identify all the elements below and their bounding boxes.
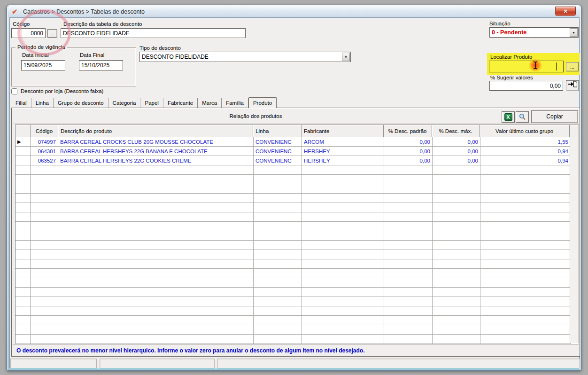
vertical-scrollbar[interactable] — [570, 137, 579, 343]
tab-item[interactable]: Linha — [31, 98, 54, 108]
products-caption-band: Relação dos produtos X Copiar — [13, 109, 579, 124]
descricao-label: Descrição da tabela de desconto — [63, 21, 142, 27]
table-row-empty — [15, 231, 579, 241]
table-row-empty — [15, 269, 579, 278]
localizar-produto-browse-button[interactable]: ... — [566, 62, 579, 71]
table-row-empty — [15, 288, 579, 297]
apply-suggested-values-button[interactable] — [566, 80, 579, 91]
table-row-empty — [15, 194, 579, 203]
status-bar — [10, 358, 579, 369]
tab-strip: Filial Linha Grupo de desconto Categoria… — [11, 97, 277, 108]
product-grid-body: ▶ 074997 BARRA CEREAL CROCKS CLUB 20G MO… — [15, 137, 579, 344]
header-desc-padrao[interactable]: % Desc. padrão — [384, 125, 432, 137]
table-row-empty — [15, 222, 579, 231]
table-row-empty — [15, 212, 579, 222]
tipo-desconto-value: DESCONTO FIDELIDADE — [142, 52, 341, 62]
data-final-label: Data Final — [80, 52, 104, 58]
header-fabricante[interactable]: Fabricante — [302, 125, 384, 137]
status-panel-1 — [10, 359, 97, 368]
hierarchy-message: O desconto prevalecerá no menor nível hi… — [13, 344, 579, 356]
tab-item[interactable]: Marca — [198, 98, 222, 108]
localizar-produto-label: Localizar Produto — [490, 54, 533, 60]
copy-button[interactable]: Copiar — [531, 110, 578, 123]
codigo-input[interactable] — [11, 28, 46, 38]
table-row-empty — [15, 306, 579, 316]
tab-item[interactable]: Filial — [11, 98, 31, 108]
close-button[interactable]: ✕ — [555, 7, 576, 16]
desconto-por-loja-checkbox[interactable] — [11, 88, 17, 94]
periodo-legend: Período de vigência — [15, 44, 67, 50]
search-button[interactable] — [516, 111, 529, 123]
table-row-empty — [15, 335, 579, 344]
magnifier-icon — [518, 113, 526, 121]
localizar-produto-input[interactable] — [489, 61, 564, 72]
data-final-input[interactable] — [79, 60, 123, 70]
desconto-por-loja-label: Desconto por loja (Desconto faixa) — [21, 88, 103, 94]
excel-icon: X — [504, 113, 512, 121]
table-row-empty — [15, 325, 579, 335]
status-panel-3 — [217, 359, 580, 368]
table-row-empty — [15, 203, 579, 212]
table-row-empty — [15, 241, 579, 250]
header-valor[interactable]: Valor último custo grupo — [480, 125, 570, 137]
periodo-groupbox: Período de vigência Data Inicial Data Fi… — [11, 47, 136, 86]
header-codigo[interactable]: Código — [31, 125, 58, 137]
table-row[interactable]: ▶ 063527 BARRA CEREAL HERSHEYS 22G COOKI… — [15, 156, 579, 165]
table-row-empty — [15, 297, 579, 306]
table-row-empty — [15, 259, 579, 269]
situacao-label: Situação — [489, 21, 511, 26]
tipo-desconto-label: Tipo de desconto — [139, 45, 181, 51]
sugerir-valores-label: % Sugerir valores — [490, 75, 533, 80]
tipo-desconto-combobox[interactable]: DESCONTO FIDELIDADE — [139, 52, 351, 62]
form-client-area: Código Descrição da tabela de desconto S… — [9, 17, 580, 369]
situacao-value: 0 - Pendente — [492, 28, 569, 37]
table-row-empty — [15, 250, 579, 259]
header-descricao[interactable]: Descrição do produto — [58, 125, 253, 137]
header-selector — [15, 125, 31, 137]
tab-item[interactable]: Família — [222, 98, 248, 108]
window-title: Cadastros > Descontos > Tabelas de desco… — [23, 8, 145, 15]
desktop: { "window": { "title": "Cadastros > Desc… — [0, 0, 588, 375]
products-caption: Relação dos produtos — [13, 109, 499, 123]
app-window: ✔ Cadastros > Descontos > Tabelas de des… — [7, 5, 581, 371]
header-linha[interactable]: Linha — [253, 125, 302, 137]
table-row[interactable]: ▶ 074997 BARRA CEREAL CROCKS CLUB 20G MO… — [15, 137, 579, 147]
codigo-label: Código — [13, 21, 30, 27]
app-checkmark-icon: ✔ — [12, 8, 20, 16]
data-inicial-label: Data Inicial — [22, 52, 49, 58]
table-row-empty — [15, 184, 579, 194]
status-panel-2 — [100, 359, 215, 368]
arrow-to-document-icon — [568, 81, 577, 87]
table-row-empty — [15, 175, 579, 184]
tab-item[interactable]: Fabricante — [163, 98, 198, 108]
table-row[interactable]: ▶ 064301 BARRA CEREAL HERSHEYS 22G BANAN… — [15, 147, 579, 156]
situacao-combobox[interactable]: 0 - Pendente — [489, 27, 579, 38]
tab-item[interactable]: Categoria — [108, 98, 141, 108]
table-row-empty — [15, 165, 579, 175]
products-panel: Relação dos produtos X Copiar Código Des… — [11, 108, 580, 357]
data-inicial-input[interactable] — [21, 60, 65, 70]
situacao-dropdown-arrow-icon[interactable] — [570, 28, 578, 37]
table-row-empty — [15, 316, 579, 325]
tipo-desconto-dropdown-arrow-icon[interactable] — [342, 53, 350, 61]
codigo-browse-button[interactable]: ... — [47, 29, 57, 38]
tab-item[interactable]: Grupo de desconto — [54, 98, 108, 108]
export-excel-button[interactable]: X — [502, 111, 515, 123]
localizar-produto-highlight: Localizar Produto ... — [487, 53, 580, 75]
descricao-input[interactable] — [61, 28, 246, 38]
tab-item[interactable]: Produto — [248, 97, 277, 108]
table-row-empty — [15, 278, 579, 288]
header-desc-max[interactable]: % Desc. máx. — [432, 125, 480, 137]
header-scrollbar-filler — [570, 125, 579, 137]
product-grid: Código Descrição do produto Linha Fabric… — [15, 125, 579, 344]
product-grid-header: Código Descrição do produto Linha Fabric… — [15, 125, 579, 137]
tab-item[interactable]: Papel — [140, 98, 163, 108]
text-caret — [556, 62, 557, 70]
title-bar: ✔ Cadastros > Descontos > Tabelas de des… — [8, 6, 580, 17]
sugerir-valores-input[interactable] — [489, 81, 563, 91]
row-selector-arrow-icon: ▶ — [17, 140, 21, 144]
